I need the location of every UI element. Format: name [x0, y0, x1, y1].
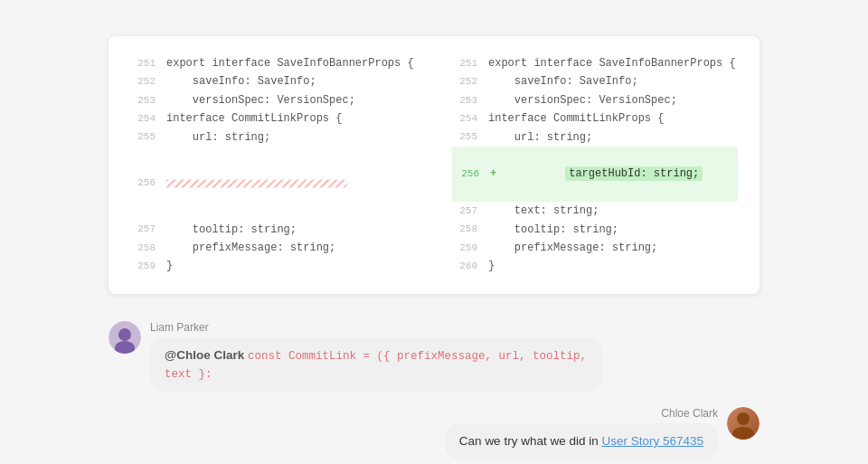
avatar-chloe-2 [727, 407, 760, 440]
code-line-257-right: 257 text: string; [452, 202, 738, 220]
user-story-link[interactable]: User Story 567435 [601, 434, 703, 448]
code-line-255-right: 255 url: string; [452, 128, 738, 147]
code-line-258-left: 258 prefixMessage: string; [130, 239, 416, 257]
main-container: 251 export interface SaveInfoBannerProps… [18, 18, 850, 464]
code-line-259-left: 259 } [130, 257, 416, 275]
code-line-252-right: 252 saveInfo: SaveInfo; [452, 72, 738, 90]
message-content-1: Liam Parker @Chloe Clark const CommitLin… [150, 321, 602, 393]
code-line-260-right: 260 } [452, 257, 738, 275]
code-line-259-right: 259 prefixMessage: string; [452, 239, 738, 257]
message-row-2: Chloe Clark Can we try what we did in Us… [108, 407, 760, 459]
code-block-before: 251 export interface SaveInfoBannerProps… [130, 54, 416, 276]
chat-area: Liam Parker @Chloe Clark const CommitLin… [108, 321, 760, 464]
avatar-liam-1 [108, 321, 141, 354]
code-block-after: 251 export interface SaveInfoBannerProps… [452, 54, 738, 276]
code-line-254-left: 254 interface CommitLinkProps { [130, 109, 416, 128]
sender-liam-1: Liam Parker [150, 321, 602, 334]
bubble-2: Can we try what we did in User Story 567… [445, 423, 718, 459]
message-content-2: Chloe Clark Can we try what we did in Us… [445, 407, 718, 459]
code-line-253-right: 253 versionSpec: VersionSpec; [452, 91, 738, 109]
code-line-253-left: 253 versionSpec: VersionSpec; [130, 91, 416, 109]
code-line-254-right: 254 interface CommitLinkProps { [452, 109, 738, 128]
code-line-257-left: 257 tooltip: string; [130, 221, 416, 239]
code-line-252-left: 252 saveInfo: SaveInfo; [130, 72, 416, 90]
mention-chloe: @Chloe Clark [165, 348, 244, 362]
message-row-1: Liam Parker @Chloe Clark const CommitLin… [108, 321, 760, 393]
code-line-258-right: 258 tooltip: string; [452, 221, 738, 239]
bubble-2-text-before: Can we try what we did in [459, 434, 602, 448]
code-line-255-left: 255 url: string; [130, 128, 416, 147]
code-line-256-left-removed: 256 text: string; [130, 147, 416, 221]
bubble-1: @Chloe Clark const CommitLink = ({ prefi… [150, 337, 602, 393]
code-line-256-right-added: 256 + targetHubId: string; [452, 147, 738, 202]
code-line-251-right: 251 export interface SaveInfoBannerProps… [452, 54, 738, 72]
code-diff-panel: 251 export interface SaveInfoBannerProps… [108, 36, 760, 294]
sender-chloe-2: Chloe Clark [661, 407, 718, 420]
code-line-251-left: 251 export interface SaveInfoBannerProps… [130, 54, 416, 72]
